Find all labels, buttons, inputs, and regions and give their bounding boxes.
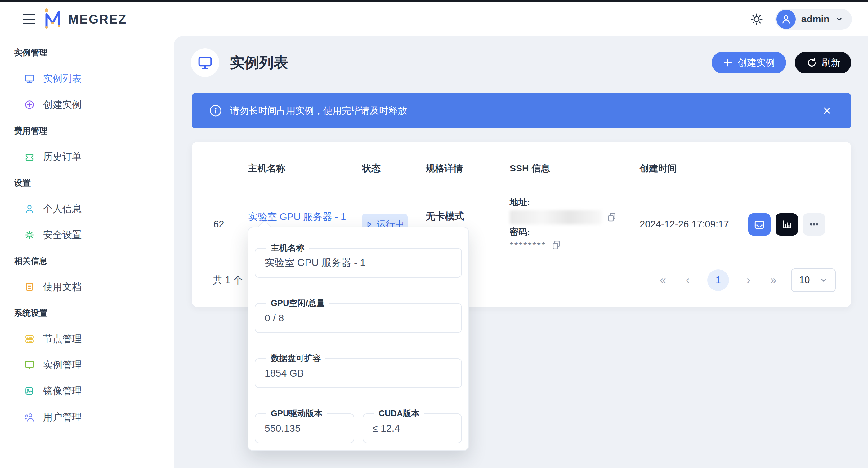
sidebar-item-create-instance[interactable]: 创建实例 — [0, 92, 174, 118]
sidebar-item-security[interactable]: 安全设置 — [0, 222, 174, 248]
ssh-address-redacted — [510, 210, 601, 224]
monitoring-button[interactable] — [776, 213, 798, 236]
prev-page-button[interactable]: ‹ — [682, 274, 693, 287]
app-header: MEGREZ admin — [0, 2, 868, 36]
document-icon — [24, 282, 35, 292]
page-size-select[interactable]: 10 — [791, 268, 836, 292]
page-title-badge — [191, 48, 219, 77]
last-page-button[interactable]: » — [768, 274, 779, 287]
sidebar-section-billing: 费用管理 — [0, 118, 174, 144]
popover-field-cuda-version: CUDA版本 ≤ 12.4 — [363, 413, 462, 443]
popover-field-gpu-driver: GPU驱动版本 550.135 — [255, 413, 354, 443]
main-panel: 实例列表 创建实例 刷新 请勿长时间占用实例，使用完毕请及时释放 主机名称 状态… — [174, 36, 868, 468]
monitor-icon — [24, 360, 35, 370]
console-button[interactable] — [748, 213, 771, 236]
menu-toggle-icon[interactable] — [23, 14, 35, 25]
sidebar-section-settings: 设置 — [0, 170, 174, 196]
refresh-icon — [806, 57, 816, 68]
more-actions-button[interactable] — [803, 213, 825, 236]
server-icon — [24, 334, 35, 344]
column-ssh: SSH 信息 — [510, 162, 640, 175]
page-title: 实例列表 — [230, 53, 288, 72]
avatar — [776, 10, 796, 29]
page-number[interactable]: 1 — [707, 269, 729, 291]
brand-name: MEGREZ — [68, 12, 127, 26]
user-icon — [24, 204, 35, 214]
ssh-address-label: 地址: — [510, 197, 640, 208]
sidebar-item-user-mgmt[interactable]: 用户管理 — [0, 404, 174, 430]
sidebar-section-related-info: 相关信息 — [0, 248, 174, 274]
first-page-button[interactable]: « — [658, 274, 668, 287]
gear-icon — [24, 230, 35, 240]
monitor-icon — [197, 55, 213, 70]
megrez-logo-icon — [43, 7, 63, 31]
close-icon[interactable] — [820, 104, 834, 118]
monitor-icon — [24, 73, 35, 84]
spec-mode: 无卡模式 — [426, 210, 510, 223]
image-icon — [24, 386, 35, 396]
sidebar-item-order-history[interactable]: 历史订单 — [0, 144, 174, 170]
sidebar-item-profile[interactable]: 个人信息 — [0, 196, 174, 222]
info-icon — [209, 104, 222, 117]
banner-message: 请勿长时间占用实例，使用完毕请及时释放 — [230, 104, 407, 117]
ticket-icon — [24, 152, 35, 162]
ssh-password-mask: ******** — [510, 240, 546, 250]
column-status: 状态 — [362, 162, 426, 175]
theme-toggle-icon[interactable] — [750, 12, 764, 26]
ellipsis-icon — [808, 219, 820, 230]
window-top-strip — [0, 0, 868, 2]
table-header-row: 主机名称 状态 规格详情 SSH 信息 创建时间 — [207, 142, 836, 195]
popover-field-hostname: 主机名称 实验室 GPU 服务器 - 1 — [255, 248, 462, 278]
sidebar: 实例管理 实例列表 创建实例 费用管理 历史订单 设置 个人信息 — [0, 36, 174, 468]
popover-field-gpu-free-total: GPU空闲/总量 0 / 8 — [255, 303, 462, 333]
chevron-down-icon — [835, 15, 843, 23]
create-instance-button[interactable]: 创建实例 — [712, 52, 786, 73]
bar-chart-icon — [781, 219, 793, 230]
plus-icon — [723, 58, 733, 68]
copy-icon[interactable] — [552, 240, 561, 250]
users-icon — [24, 412, 35, 423]
notice-banner: 请勿长时间占用实例，使用完毕请及时释放 — [192, 93, 851, 128]
sidebar-item-image-mgmt[interactable]: 镜像管理 — [0, 378, 174, 404]
popover-field-disk-expandable: 数据盘可扩容 1854 GB — [255, 358, 462, 388]
chevron-down-icon — [819, 276, 828, 284]
sidebar-item-docs[interactable]: 使用文档 — [0, 274, 174, 300]
instance-id: 62 — [207, 219, 248, 230]
created-at: 2024-12-26 17:09:17 — [640, 219, 748, 230]
ssh-password-label: 密码: — [510, 226, 640, 238]
sidebar-section-system: 系统设置 — [0, 300, 174, 326]
user-menu[interactable]: admin — [775, 9, 852, 30]
sidebar-item-instance-list[interactable]: 实例列表 — [0, 66, 174, 92]
instance-detail-popover: 主机名称 实验室 GPU 服务器 - 1 GPU空闲/总量 0 / 8 数据盘可… — [248, 227, 469, 451]
copy-icon[interactable] — [607, 212, 616, 223]
column-spec: 规格详情 — [426, 162, 510, 175]
sidebar-item-instance-mgmt[interactable]: 实例管理 — [0, 352, 174, 378]
sidebar-item-node-mgmt[interactable]: 节点管理 — [0, 326, 174, 352]
refresh-button[interactable]: 刷新 — [795, 52, 851, 73]
column-created: 创建时间 — [640, 162, 748, 175]
sidebar-section-instance-mgmt: 实例管理 — [0, 40, 174, 66]
column-hostname: 主机名称 — [248, 162, 362, 175]
pagination-total: 共 1 个 — [207, 274, 243, 287]
inbox-icon — [753, 219, 765, 230]
page-header: 实例列表 创建实例 刷新 — [191, 48, 851, 77]
user-name: admin — [801, 14, 830, 25]
next-page-button[interactable]: › — [743, 274, 754, 287]
plus-circle-icon — [24, 99, 35, 110]
